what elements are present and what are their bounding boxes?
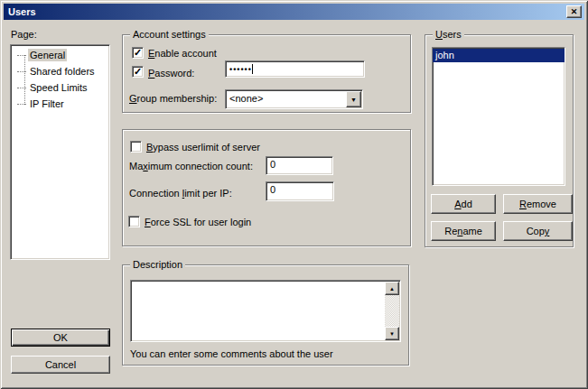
tree-item-shared-folders[interactable]: Shared folders: [13, 63, 107, 79]
description-text: [134, 282, 382, 339]
group-membership-label: Group membership:: [129, 93, 217, 104]
bypass-userlimit-checkbox[interactable]: [130, 141, 142, 153]
close-icon: ✕: [571, 8, 578, 16]
titlebar: Users ✕: [4, 4, 584, 20]
users-dialog: Users ✕ Page: General Shared folders Spe…: [0, 0, 588, 389]
window-title: Users: [8, 6, 36, 17]
copy-button[interactable]: Copy: [503, 221, 573, 241]
enable-account-checkbox[interactable]: ✓: [132, 47, 144, 59]
rename-button[interactable]: Rename: [431, 221, 496, 241]
password-label: Password:: [148, 68, 194, 79]
combo-dropdown-button[interactable]: ▼: [346, 91, 361, 107]
account-settings-title: Account settings: [130, 29, 209, 40]
password-input[interactable]: ••••••: [225, 60, 365, 78]
page-tree[interactable]: General Shared folders Speed Limits IP F…: [10, 44, 110, 260]
enable-account-label: Enable account: [148, 48, 217, 59]
conn-per-ip-input[interactable]: 0: [266, 181, 334, 201]
description-input[interactable]: ▲ ▼: [130, 280, 401, 342]
scroll-down-button[interactable]: ▼: [385, 327, 399, 340]
tree-item-speed-limits[interactable]: Speed Limits: [13, 79, 107, 96]
description-hint: You can enter some comments about the us…: [130, 348, 333, 359]
chevron-down-icon: ▼: [350, 97, 357, 103]
description-scrollbar[interactable]: ▲ ▼: [385, 282, 399, 340]
users-listbox[interactable]: john: [432, 47, 565, 186]
users-group-title: Users: [433, 29, 464, 40]
scroll-down-icon: ▼: [389, 331, 395, 337]
add-button[interactable]: Add: [431, 194, 496, 214]
tree-item-ip-filter[interactable]: IP Filter: [13, 96, 107, 112]
connection-limits-group: Bypass userlimit of server Maximum conne…: [122, 129, 411, 246]
tree-item-label: Speed Limits: [28, 81, 89, 94]
group-membership-value: <none>: [229, 93, 263, 104]
password-checkbox[interactable]: ✓: [132, 66, 144, 78]
group-membership-select[interactable]: <none> ▼: [225, 89, 363, 109]
tree-item-label: IP Filter: [28, 97, 66, 110]
page-label: Page:: [11, 29, 37, 40]
list-item-john[interactable]: john: [433, 49, 565, 62]
scroll-up-icon: ▲: [389, 286, 395, 292]
tree-item-label: General: [28, 49, 67, 61]
description-title: Description: [130, 259, 185, 270]
remove-button[interactable]: Remove: [503, 194, 573, 214]
ok-button[interactable]: OK: [11, 329, 110, 347]
account-settings-group: Account settings ✓ Enable account ✓ Pass…: [122, 34, 411, 113]
bypass-userlimit-label: Bypass userlimit of server: [146, 142, 260, 153]
max-connections-input[interactable]: 0: [266, 156, 333, 175]
tree-item-general[interactable]: General: [13, 47, 107, 63]
users-group: Users john Add Remove Rename Copy: [425, 34, 574, 247]
cancel-button[interactable]: Cancel: [11, 356, 110, 374]
force-ssl-label: Force SSL for user login: [145, 217, 251, 227]
tree-item-label: Shared folders: [28, 65, 97, 78]
max-connections-label: Maximum connection count:: [129, 161, 253, 171]
close-button[interactable]: ✕: [566, 5, 582, 18]
text-cursor: [252, 64, 253, 74]
scrollbar-track[interactable]: [385, 295, 399, 327]
conn-per-ip-label: Connection limit per IP:: [129, 188, 232, 199]
check-icon: ✓: [134, 68, 142, 76]
check-icon: ✓: [134, 49, 142, 57]
description-group: Description ▲ ▼ You can enter some comme…: [122, 264, 409, 366]
force-ssl-checkbox[interactable]: [128, 216, 140, 227]
scroll-up-button[interactable]: ▲: [385, 282, 399, 295]
